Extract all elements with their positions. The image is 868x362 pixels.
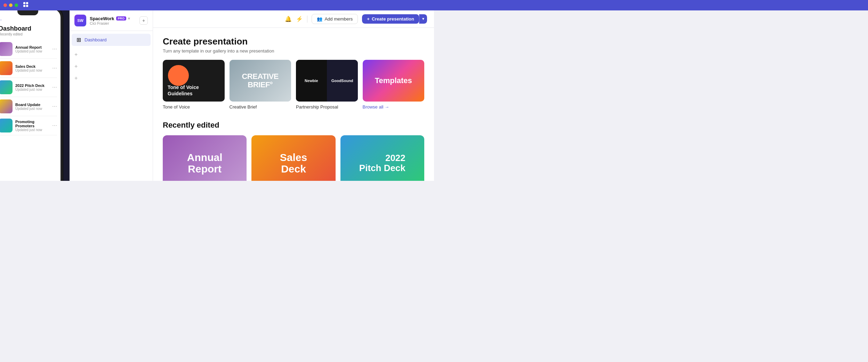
phone-item-time: Updated just now [15,69,49,72]
phone-list-item[interactable]: 2022 Pitch Deck Updated just now ⋯ [0,78,57,97]
nav-items: ⊞ Dashboard [70,31,153,49]
svg-rect-0 [23,2,25,4]
nav-sidebar: SW SpaceWork PRO ▾ Cici Frasier + ⊞ Dash… [70,10,153,181]
phone-item-menu-icon[interactable]: ⋯ [52,104,57,109]
phone-device: ← Dashboard Recently edited Annual Repor… [0,10,63,181]
phone-item-thumb [0,42,13,56]
phone-item-time: Updated just now [15,49,49,53]
minimize-button[interactable] [9,3,13,7]
phone-list-item[interactable]: Promoting Promoters Updated just now ⋯ [0,116,57,135]
pro-badge: PRO [116,16,127,21]
phone-list-item[interactable]: Sales Deck Updated just now ⋯ [0,59,57,78]
pp-left-text: Newbie [305,79,318,83]
main-body: Create presentation Turn any template in… [153,28,434,181]
phone-item-thumb [0,99,13,113]
nav-add-button[interactable]: + [139,16,148,25]
recently-edited-title: Recently edited [163,121,424,130]
phone-item-title: Sales Deck [15,64,49,69]
template-thumb-cb: CREATIVEBRIEF° [230,60,291,102]
phone-item-info: Board Update Updated just now [15,103,49,111]
nav-section-plus-3[interactable]: + [70,72,153,84]
phone-mockup-sidebar: ← Dashboard Recently edited Annual Repor… [0,10,70,181]
phone-item-menu-icon[interactable]: ⋯ [52,123,57,128]
phone-recently-subtitle: Recently edited [0,32,57,36]
workspace-user: Cici Frasier [90,21,136,25]
recent-card-pitch[interactable]: 2022Pitch Deck [340,135,424,181]
phone-item-thumb [0,80,13,94]
phone-item-info: Annual Report Updated just now [15,45,49,53]
main-topbar: 🔔 ⚡ 👥 Add members + Create presentation … [153,10,434,28]
phone-item-time: Updated just now [15,107,49,111]
app-grid-icon[interactable] [23,2,29,9]
phone-item-title: Board Update [15,103,49,107]
phone-item-menu-icon[interactable]: ⋯ [52,65,57,71]
phone-item-menu-icon[interactable]: ⋯ [52,46,57,52]
sidebar-item-dashboard[interactable]: ⊞ Dashboard [72,34,151,46]
lightning-icon[interactable]: ⚡ [296,16,303,22]
phone-item-title: 2022 Pitch Deck [15,83,49,88]
phone-notch [17,10,38,15]
phone-dashboard-title: Dashboard [0,25,57,32]
create-section-subtitle: Turn any template in our gallery into a … [163,48,424,54]
tov-text: Tone of VoiceGuidelines [168,84,220,97]
template-label-tov: Tone of Voice [163,104,225,110]
sales-card-text: SalesDeck [280,152,307,175]
workspace-avatar: SW [74,15,86,26]
phone-item-title: Promoting Promoters [15,120,49,128]
pp-right-text: GoodSound [331,79,353,83]
topbar-divider [307,16,307,23]
phone-item-thumb [0,61,13,75]
add-members-button[interactable]: 👥 Add members [312,14,358,24]
create-presentation-button[interactable]: + Create presentation [362,14,419,24]
cb-text: CREATIVEBRIEF° [242,72,279,89]
maximize-button[interactable] [15,3,18,7]
title-bar [0,0,434,10]
template-card-tov[interactable]: Tone of VoiceGuidelines Tone of Voice [163,60,225,110]
phone-item-thumb [0,119,13,132]
phone-item-menu-icon[interactable]: ⋯ [52,85,57,90]
annual-card-text: AnnualReport [187,152,223,175]
template-thumb-pp: Newbie GoodSound [296,60,358,102]
tmpl-text: Templates [375,76,412,85]
tov-orange-circle [168,65,189,86]
svg-rect-3 [26,5,28,7]
svg-rect-1 [26,2,28,4]
phone-list-item[interactable]: Board Update Updated just now ⋯ [0,97,57,116]
create-dropdown-button[interactable]: ▾ [419,14,427,24]
template-card-cb[interactable]: CREATIVEBRIEF° Creative Brief [230,60,291,110]
template-card-browse[interactable]: Templates Browse all → [363,60,425,110]
recently-edited-grid: AnnualReport SalesDeck 2022Pitch Deck [163,135,424,181]
workspace-dropdown-icon[interactable]: ▾ [128,16,130,21]
dashboard-icon: ⊞ [77,37,81,43]
template-label-cb: Creative Brief [230,104,291,110]
phone-item-title: Annual Report [15,45,49,49]
nav-section-plus-1[interactable]: + [70,49,153,61]
close-button[interactable] [3,3,7,7]
phone-item-time: Updated just now [15,88,49,91]
phone-list: Annual Report Updated just now ⋯ Sales D… [0,40,57,135]
sidebar-item-label: Dashboard [85,37,107,42]
templates-grid: Tone of VoiceGuidelines Tone of Voice CR… [163,60,424,110]
recent-card-sales[interactable]: SalesDeck [251,135,335,181]
main-content: 🔔 ⚡ 👥 Add members + Create presentation … [153,10,434,181]
add-members-icon: 👥 [317,16,322,22]
nav-section-plus-2[interactable]: + [70,61,153,72]
phone-back-button[interactable]: ← [0,16,57,22]
template-thumb-tov: Tone of VoiceGuidelines [163,60,225,102]
phone-list-item[interactable]: Annual Report Updated just now ⋯ [0,40,57,59]
pitch-card-text: 2022Pitch Deck [356,150,409,176]
phone-item-info: Promoting Promoters Updated just now [15,120,49,132]
template-thumb-tmpl: Templates [363,60,425,102]
phone-item-info: Sales Deck Updated just now [15,64,49,72]
phone-item-time: Updated just now [15,128,49,132]
plus-icon: + [367,16,370,22]
create-section-title: Create presentation [163,36,424,47]
browse-all-link[interactable]: Browse all → [363,104,425,110]
svg-rect-2 [23,5,25,7]
template-label-pp: Partnership Proposal [296,104,358,110]
recent-card-annual[interactable]: AnnualReport [163,135,247,181]
template-card-pp[interactable]: Newbie GoodSound Partnership Proposal [296,60,358,110]
workspace-info: SpaceWork PRO ▾ Cici Frasier [90,16,136,25]
notification-bell-icon[interactable]: 🔔 [285,16,292,22]
phone-item-info: 2022 Pitch Deck Updated just now [15,83,49,91]
